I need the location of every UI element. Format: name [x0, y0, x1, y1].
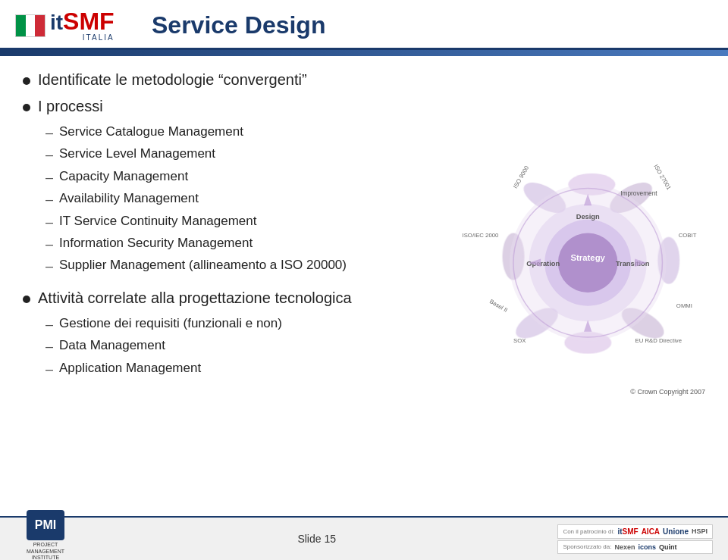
list-item: – Service Catalogue Management: [46, 124, 440, 142]
logo-area: itSMF ITALIA: [15, 9, 136, 42]
svg-text:Operation: Operation: [526, 260, 560, 267]
svg-text:EU R&D Directive: EU R&D Directive: [635, 337, 682, 344]
pmi-logo: PMI PROJECT MANAGEMENT INSTITUTENorthern…: [15, 510, 76, 560]
hspi-sponsor: HSPI: [692, 527, 708, 535]
svg-text:COBIT: COBIT: [679, 232, 697, 239]
itsmf-sponsor: itSMF: [617, 527, 638, 536]
service-design-diagram: Strategy Design Transition Operation Imp…: [463, 155, 705, 412]
svg-text:SOX: SOX: [513, 337, 526, 344]
main-content: Identificate le metodologie “convergenti…: [0, 56, 728, 503]
list-item: – Availability Management: [46, 191, 440, 208]
list-item: – Gestione dei requisiti (funzionali e n…: [46, 316, 440, 333]
page-title: Service Design: [152, 11, 325, 39]
svg-text:Design: Design: [576, 213, 600, 221]
bullet-3: Attività correlate alla progettazione te…: [23, 289, 440, 307]
pmi-subtitle: PROJECT MANAGEMENT INSTITUTENorthern Ita…: [15, 542, 76, 560]
list-item: – IT Service Continuity Management: [46, 214, 440, 231]
list-item: – Supplier Management (allineamento a IS…: [46, 258, 440, 275]
footer-center: Slide 15: [297, 533, 336, 545]
sponsorizzato-label: Sponsorizzato da:: [563, 543, 611, 550]
bullet-3-text: Attività correlate alla progettazione te…: [38, 289, 352, 307]
right-column: Strategy Design Transition Operation Imp…: [455, 71, 713, 496]
con-patrocinio-label: Con il patrocinio di:: [563, 528, 614, 535]
flag-icon: [15, 14, 46, 37]
bullet-1-text: Identificate le metodologie “convergenti…: [38, 71, 307, 89]
list-item: – Service Level Management: [46, 146, 440, 164]
bullet-2: I processi: [23, 98, 440, 115]
list-item: – Data Management: [46, 338, 440, 355]
quint-sponsor: Quint: [659, 543, 677, 551]
svg-text:Transition: Transition: [616, 260, 650, 267]
sponsorizzato-box: Sponsorizzato da: Nexen icons Quint: [557, 540, 713, 554]
bullet-2-text: I processi: [38, 98, 103, 115]
footer-left: PMI PROJECT MANAGEMENT INSTITUTENorthern…: [15, 510, 76, 560]
svg-text:Strategy: Strategy: [570, 253, 605, 262]
logo-italia: ITALIA: [50, 33, 115, 42]
pmi-badge: PMI: [27, 510, 64, 540]
svg-text:Basel II: Basel II: [488, 298, 509, 314]
unione-sponsor: Unione: [663, 527, 689, 536]
logo-text: itSMF: [50, 11, 115, 34]
diagram-svg: Strategy Design Transition Operation Imp…: [463, 155, 705, 382]
sub-list-3: – Gestione dei requisiti (funzionali e n…: [46, 316, 440, 378]
top-bar: [0, 50, 728, 56]
nexen-sponsor: Nexen: [614, 543, 635, 551]
con-patrocinio-box: Con il patrocinio di: itSMF AICA Unione …: [557, 524, 713, 539]
footer-right: Con il patrocinio di: itSMF AICA Unione …: [557, 524, 713, 554]
left-column: Identificate le metodologie “convergenti…: [23, 71, 455, 496]
bullet-dot-3: [23, 296, 30, 303]
svg-text:OMMI: OMMI: [676, 302, 692, 309]
bullet-dot-2: [23, 104, 30, 111]
svg-text:ISO 27001: ISO 27001: [652, 163, 672, 191]
list-item: – Application Management: [46, 361, 440, 378]
list-item: – Capacity Management: [46, 169, 440, 186]
bullet-dot-1: [23, 77, 30, 85]
svg-point-12: [558, 233, 618, 293]
bullet-1: Identificate le metodologie “convergenti…: [23, 71, 440, 89]
sub-list-2: – Service Catalogue Management – Service…: [46, 124, 440, 276]
crown-copyright: © Crown Copyright 2007: [463, 388, 705, 396]
svg-text:ISO/IEC 2000: ISO/IEC 2000: [463, 232, 498, 239]
icons-sponsor: icons: [638, 543, 656, 551]
aica-sponsor: AICA: [642, 527, 660, 536]
header: itSMF ITALIA Service Design: [0, 0, 728, 50]
svg-text:Improvement: Improvement: [620, 190, 657, 197]
list-item: – Information Security Management: [46, 236, 440, 253]
slide-number: Slide 15: [297, 533, 336, 545]
footer: PMI PROJECT MANAGEMENT INSTITUTENorthern…: [0, 516, 728, 560]
